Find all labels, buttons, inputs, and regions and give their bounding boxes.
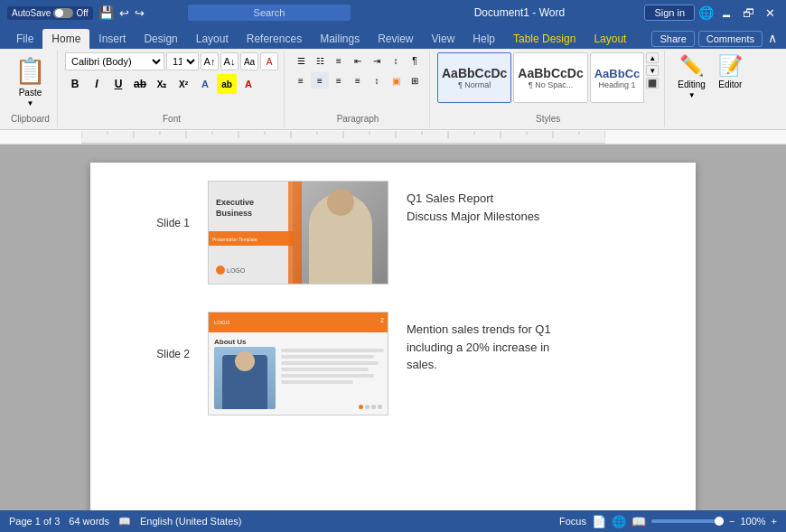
redo-icon[interactable]: ↪ <box>135 6 145 20</box>
style-normal[interactable]: AaBbCcDc ¶ Normal <box>437 52 511 103</box>
highlight-button[interactable]: ab <box>217 74 237 94</box>
align-right-button[interactable]: ≡ <box>330 72 348 89</box>
focus-label[interactable]: Focus <box>559 516 586 527</box>
style-heading1[interactable]: AaBbCc Heading 1 <box>590 52 645 103</box>
subscript-button[interactable]: X₂ <box>152 74 172 94</box>
tab-design[interactable]: Design <box>135 29 186 49</box>
tab-table-design[interactable]: Table Design <box>504 29 585 49</box>
title-bar-right: Sign in 🌐 🗕 🗗 ✕ <box>644 4 779 22</box>
shading-button[interactable]: ▣ <box>387 72 405 89</box>
align-center-button[interactable]: ≡ <box>311 72 329 89</box>
slide1-label: Slide 1 <box>145 181 190 229</box>
line-spacing-button[interactable]: ↕ <box>368 72 386 89</box>
slide2-dot2 <box>365 405 370 409</box>
paste-icon: 📋 <box>14 56 46 86</box>
bold-button[interactable]: B <box>65 74 85 94</box>
slide1-thumb-line1: Executive <box>216 198 254 209</box>
zoom-minus-icon[interactable]: − <box>729 516 735 527</box>
font-color2-button[interactable]: A <box>239 74 258 94</box>
numbering-button[interactable]: ☷ <box>311 52 329 69</box>
tab-review[interactable]: Review <box>369 29 422 49</box>
slide1-accent <box>288 182 302 284</box>
ribbon-icon[interactable]: 🌐 <box>698 5 714 20</box>
style-no-spacing[interactable]: AaBbCcDc ¶ No Spac... <box>513 52 587 103</box>
slide2-bg: LOGO 2 About Us <box>209 313 388 415</box>
slide1-thumbnail: Executive Business Presentation Template… <box>208 181 388 285</box>
italic-button[interactable]: I <box>87 74 107 94</box>
close-button[interactable]: ✕ <box>761 4 779 22</box>
save-icon[interactable]: 💾 <box>98 5 114 20</box>
bullets-button[interactable]: ☰ <box>292 52 310 69</box>
tab-references[interactable]: References <box>238 29 311 49</box>
styles-scroll-up[interactable]: ▲ <box>646 52 659 63</box>
increase-indent-button[interactable]: ⇥ <box>368 52 386 69</box>
slide1-thumb-line2: Business <box>216 209 254 219</box>
editor-label: Editor <box>718 79 742 89</box>
align-left-button[interactable]: ≡ <box>292 72 310 89</box>
slide2-dot1 <box>359 405 363 409</box>
slide2-dot3 <box>371 405 376 409</box>
restore-button[interactable]: 🗗 <box>739 4 757 22</box>
clear-format-button[interactable]: Aa <box>240 52 258 70</box>
zoom-level[interactable]: 100% <box>740 516 765 527</box>
language[interactable]: English (United States) <box>140 516 242 527</box>
collapse-ribbon-icon[interactable]: ∧ <box>766 29 779 47</box>
strikethrough-button[interactable]: ab <box>130 74 150 94</box>
paste-arrow[interactable]: ▼ <box>27 99 34 107</box>
styles-expand[interactable]: ⬛ <box>646 78 659 89</box>
slide2-line2 <box>281 355 374 359</box>
editor-button[interactable]: 📝 Editor <box>713 52 748 91</box>
proofing-icon[interactable]: 📖 <box>118 516 131 527</box>
font-color-button[interactable]: A <box>260 52 278 70</box>
document-area: Slide 1 Executive Business <box>0 145 786 510</box>
ribbon-tabs: File Home Insert Design Layout Reference… <box>0 25 786 49</box>
editing-editor-group: ✏️ Editing ▼ 📝 Editor <box>667 51 753 127</box>
tab-insert[interactable]: Insert <box>89 29 135 49</box>
editing-button[interactable]: ✏️ Editing ▼ <box>672 52 711 101</box>
print-layout-icon[interactable]: 📄 <box>592 515 606 528</box>
document-page: Slide 1 Executive Business <box>90 163 696 510</box>
decrease-indent-button[interactable]: ⇤ <box>349 52 367 69</box>
undo-icon[interactable]: ↩ <box>119 6 129 20</box>
read-mode-icon[interactable]: 📖 <box>632 515 646 528</box>
font-name-select[interactable]: Calibri (Body) <box>65 52 164 70</box>
editing-arrow: ▼ <box>688 91 696 99</box>
slide2-text: Mention sales trends for Q1 including a … <box>407 312 641 374</box>
superscript-button[interactable]: X² <box>173 74 193 94</box>
zoom-slider[interactable] <box>651 519 724 523</box>
show-hide-button[interactable]: ¶ <box>406 52 424 69</box>
search-input[interactable] <box>188 5 351 21</box>
share-button[interactable]: Share <box>651 31 694 47</box>
tab-home[interactable]: Home <box>42 29 89 49</box>
borders-button[interactable]: ⊞ <box>406 72 424 89</box>
tab-mailings[interactable]: Mailings <box>311 29 369 49</box>
styles-scroll-down[interactable]: ▼ <box>646 65 659 76</box>
tab-file[interactable]: File <box>7 29 42 49</box>
slide2-text2: including a 20% increase in <box>407 339 641 357</box>
clipboard-group: 📋 Paste ▼ Clipboard <box>4 51 58 127</box>
font-size-select[interactable]: 11 <box>166 52 199 70</box>
tab-help[interactable]: Help <box>463 29 504 49</box>
tab-layout[interactable]: Layout <box>187 29 238 49</box>
paste-button[interactable]: 📋 Paste ▼ <box>9 52 51 111</box>
sort-button[interactable]: ↕ <box>387 52 405 69</box>
decrease-font-button[interactable]: A↓ <box>220 52 239 70</box>
comments-button[interactable]: Comments <box>698 31 763 47</box>
minimize-button[interactable]: 🗕 <box>717 4 735 22</box>
underline-button[interactable]: U <box>108 74 128 94</box>
tab-layout2[interactable]: Layout <box>585 29 635 49</box>
autosave-switch[interactable] <box>53 8 73 18</box>
multilevel-button[interactable]: ≡ <box>330 52 348 69</box>
style-heading1-label: Heading 1 <box>598 80 635 89</box>
web-layout-icon[interactable]: 🌐 <box>612 515 626 528</box>
slide1-title-text: Q1 Sales Report <box>407 190 641 208</box>
text-effects-button[interactable]: A <box>195 74 215 94</box>
autosave-toggle[interactable]: AutoSave Off <box>7 6 93 20</box>
sign-in-button[interactable]: Sign in <box>644 5 695 21</box>
zoom-plus-icon[interactable]: + <box>772 516 777 527</box>
justify-button[interactable]: ≡ <box>349 72 367 89</box>
title-bar: AutoSave Off 💾 ↩ ↪ Document1 - Word Sign… <box>0 0 786 25</box>
increase-font-button[interactable]: A↑ <box>201 52 219 70</box>
editing-editor-content: ✏️ Editing ▼ 📝 Editor <box>672 52 748 126</box>
tab-view[interactable]: View <box>423 29 464 49</box>
